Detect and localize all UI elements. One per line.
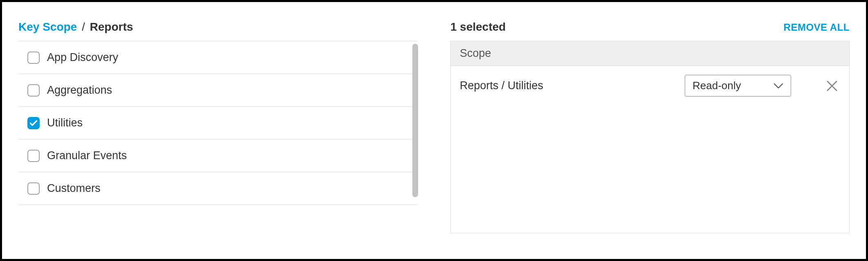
scope-item-label: Utilities (47, 117, 83, 129)
selected-scope-path: Reports / Utilities (460, 79, 677, 92)
checkbox-icon[interactable] (27, 150, 40, 162)
scope-item[interactable]: Aggregations (18, 74, 418, 107)
scope-list[interactable]: App Discovery Aggregations Utilities (18, 41, 418, 205)
table-row: Reports / Utilities Read-only (451, 66, 849, 106)
chevron-down-icon (774, 83, 783, 89)
selected-header: 1 selected REMOVE ALL (450, 20, 850, 41)
checkbox-icon[interactable] (27, 117, 40, 129)
scope-item[interactable]: Utilities (18, 107, 418, 140)
scope-editor: Key Scope / Reports App Discovery Aggreg… (0, 0, 868, 261)
checkbox-icon[interactable] (27, 84, 40, 97)
scope-item-label: App Discovery (47, 51, 118, 64)
scope-picker-panel: Key Scope / Reports App Discovery Aggreg… (18, 20, 418, 243)
permission-select[interactable]: Read-only (685, 75, 791, 97)
close-icon (826, 80, 838, 92)
breadcrumb-root-link[interactable]: Key Scope (18, 20, 77, 33)
checkbox-icon[interactable] (27, 182, 40, 195)
scope-item-label: Aggregations (47, 84, 112, 97)
scrollbar[interactable] (412, 44, 418, 197)
breadcrumb-current: Reports (90, 20, 133, 33)
permission-value: Read-only (693, 79, 741, 92)
remove-all-button[interactable]: REMOVE ALL (784, 22, 850, 33)
table-header-scope: Scope (451, 41, 849, 66)
selected-scopes-table: Scope Reports / Utilities Read-only (450, 41, 850, 233)
scope-item[interactable]: Granular Events (18, 140, 418, 172)
scope-item-label: Customers (47, 182, 101, 195)
scope-item[interactable]: Customers (18, 172, 418, 205)
selected-scopes-panel: 1 selected REMOVE ALL Scope Reports / Ut… (450, 20, 850, 243)
scope-item-label: Granular Events (47, 149, 127, 162)
remove-row-button[interactable] (824, 78, 840, 94)
scope-item[interactable]: App Discovery (18, 41, 418, 74)
scope-list-container: App Discovery Aggregations Utilities (18, 41, 418, 205)
breadcrumb: Key Scope / Reports (18, 20, 418, 41)
checkbox-icon[interactable] (27, 52, 40, 64)
breadcrumb-separator: / (82, 20, 85, 33)
selected-count: 1 selected (450, 20, 506, 34)
